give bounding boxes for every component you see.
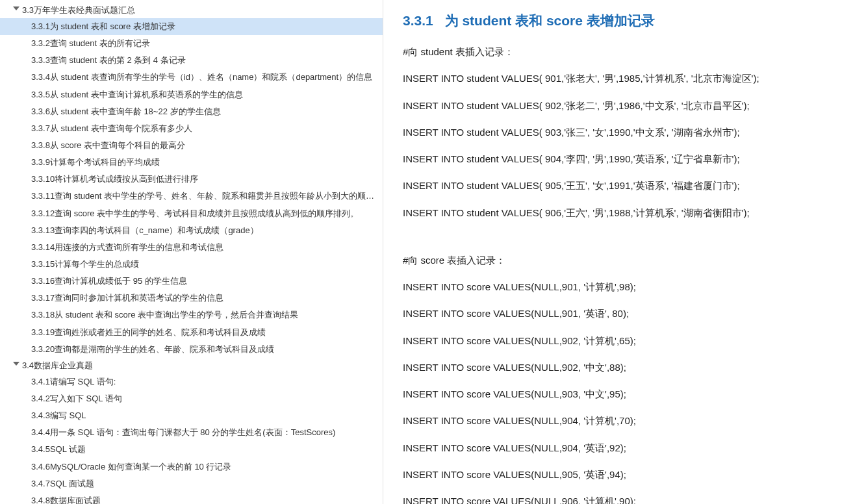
- toc-item[interactable]: 3.4.3编写 SQL: [0, 407, 383, 424]
- sql-line: INSERT INTO score VALUES(NULL,903, '中文',…: [403, 386, 834, 401]
- toc-section-title: 3.3万年学生表经典面试题汇总: [22, 5, 135, 16]
- sql-line: INSERT INTO score VALUES(NULL,905, '英语',…: [403, 467, 834, 482]
- toc-section-header[interactable]: 3.3万年学生表经典面试题汇总: [0, 3, 383, 18]
- toc-section-title: 3.4数据库企业真题: [22, 360, 93, 372]
- page-heading: 3.3.1 为 student 表和 score 表增加记录: [403, 12, 834, 30]
- toc-item[interactable]: 3.4.2写入如下 SQL 语句: [0, 390, 383, 407]
- toc-item[interactable]: 3.3.18从 student 表和 score 表中查询出学生的学号，然后合并…: [0, 307, 383, 323]
- app-root: 3.3万年学生表经典面试题汇总3.3.1为 student 表和 score 表…: [0, 0, 853, 504]
- toc-item[interactable]: 3.3.10将计算机考试成绩按从高到低进行排序: [0, 171, 383, 188]
- chevron-down-icon: [12, 7, 18, 14]
- heading-number: 3.3.1: [403, 13, 433, 28]
- sql-block-score: INSERT INTO score VALUES(NULL,901, '计算机'…: [403, 279, 834, 504]
- sql-line: INSERT INTO score VALUES(NULL,904, '英语',…: [403, 440, 834, 455]
- sql-line: INSERT INTO score VALUES(NULL,902, '计算机'…: [403, 333, 834, 348]
- sql-line: INSERT INTO score VALUES(NULL,906, '计算机'…: [403, 494, 834, 504]
- toc-item[interactable]: 3.4.6MySQL/Oracle 如何查询某一个表的前 10 行记录: [0, 459, 383, 475]
- sql-line: INSERT INTO student VALUES( 905,'王五', '女…: [403, 178, 834, 193]
- sql-line: INSERT INTO student VALUES( 906,'王六', '男…: [403, 205, 834, 220]
- sql-line: INSERT INTO student VALUES( 901,'张老大', '…: [403, 71, 834, 86]
- toc-item[interactable]: 3.3.20查询都是湖南的学生的姓名、年龄、院系和考试科目及成绩: [0, 341, 383, 358]
- toc-item[interactable]: 3.3.16查询计算机成绩低于 95 的学生信息: [0, 273, 383, 290]
- sql-line: INSERT INTO score VALUES(NULL,901, '英语',…: [403, 306, 834, 321]
- toc-item[interactable]: 3.3.15计算每个学生的总成绩: [0, 256, 383, 273]
- comment-line: #向 score 表插入记录：: [403, 253, 834, 268]
- sql-line: INSERT INTO score VALUES(NULL,901, '计算机'…: [403, 279, 834, 294]
- chevron-down-icon: [12, 362, 18, 369]
- toc-sidebar[interactable]: 3.3万年学生表经典面试题汇总3.3.1为 student 表和 score 表…: [0, 0, 383, 504]
- spacer: [403, 232, 834, 253]
- toc-item[interactable]: 3.4.1请编写 SQL 语句:: [0, 373, 383, 390]
- toc-item[interactable]: 3.3.13查询李四的考试科目（c_name）和考试成绩（grade）: [0, 222, 383, 239]
- content-pane: 3.3.1 为 student 表和 score 表增加记录 #向 studen…: [383, 0, 853, 504]
- sql-block-student: INSERT INTO student VALUES( 901,'张老大', '…: [403, 71, 834, 220]
- toc-item[interactable]: 3.3.19查询姓张或者姓王的同学的姓名、院系和考试科目及成绩: [0, 324, 383, 341]
- toc-item[interactable]: 3.3.4从 student 表查询所有学生的学号（id）、姓名（name）和院…: [0, 69, 383, 86]
- toc-item[interactable]: 3.3.7从 student 表中查询每个院系有多少人: [0, 120, 383, 137]
- toc-item[interactable]: 3.3.3查询 student 表的第 2 条到 4 条记录: [0, 52, 383, 69]
- sql-line: INSERT INTO student VALUES( 903,'张三', '女…: [403, 125, 834, 140]
- toc-item[interactable]: 3.4.4用一条 SQL 语句：查询出每门课都大于 80 分的学生姓名(表面：T…: [0, 424, 383, 441]
- comment-line: #向 student 表插入记录：: [403, 44, 834, 59]
- sql-line: INSERT INTO student VALUES( 904,'李四', '男…: [403, 151, 834, 166]
- toc-item[interactable]: 3.3.1为 student 表和 score 表增加记录: [0, 18, 383, 35]
- toc-item[interactable]: 3.3.9计算每个考试科目的平均成绩: [0, 154, 383, 171]
- sql-line: INSERT INTO score VALUES(NULL,902, '中文',…: [403, 360, 834, 375]
- toc-item[interactable]: 3.3.17查询同时参加计算机和英语考试的学生的信息: [0, 290, 383, 307]
- toc-item[interactable]: 3.3.14用连接的方式查询所有学生的信息和考试信息: [0, 239, 383, 256]
- toc-item[interactable]: 3.3.5从 student 表中查询计算机系和英语系的学生的信息: [0, 86, 383, 103]
- toc-item[interactable]: 3.3.12查询 score 表中学生的学号、考试科目和成绩并且按照成绩从高到低…: [0, 205, 383, 222]
- toc-item[interactable]: 3.3.2查询 student 表的所有记录: [0, 35, 383, 52]
- toc-item[interactable]: 3.4.7SQL 面试题: [0, 475, 383, 492]
- toc-item[interactable]: 3.3.8从 score 表中查询每个科目的最高分: [0, 137, 383, 154]
- sql-line: INSERT INTO score VALUES(NULL,904, '计算机'…: [403, 413, 834, 428]
- toc-item[interactable]: 3.4.8数据库面试题: [0, 492, 383, 504]
- toc-item[interactable]: 3.3.6从 student 表中查询年龄 18~22 岁的学生信息: [0, 103, 383, 120]
- sql-line: INSERT INTO student VALUES( 902,'张老二', '…: [403, 98, 834, 113]
- toc-section-header[interactable]: 3.4数据库企业真题: [0, 358, 383, 373]
- toc-item[interactable]: 3.4.5SQL 试题: [0, 441, 383, 458]
- heading-text: 为 student 表和 score 表增加记录: [445, 13, 655, 28]
- toc-item[interactable]: 3.3.11查询 student 表中学生的学号、姓名、年龄、院系和籍贯并且按照…: [0, 188, 383, 205]
